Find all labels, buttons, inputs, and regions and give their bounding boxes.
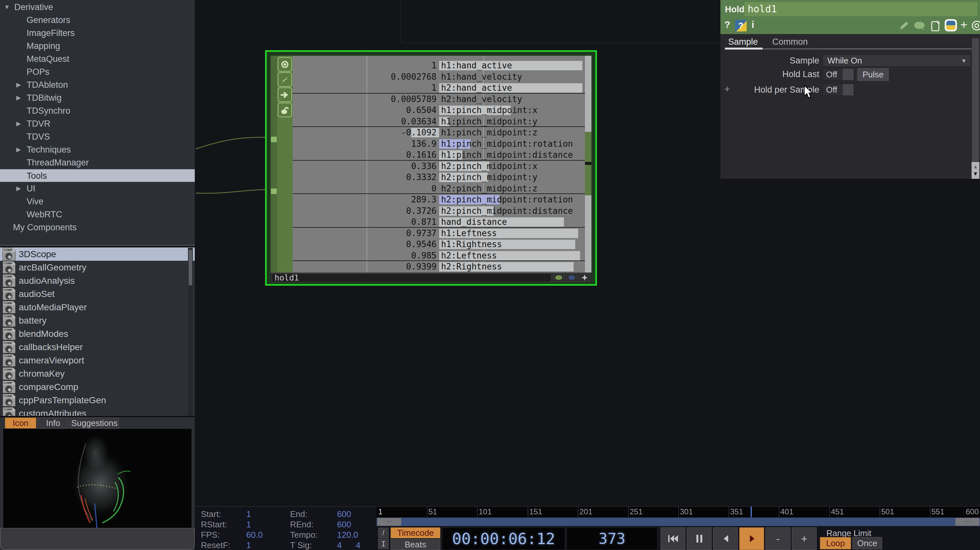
tree-item-ui[interactable]: ▶UI bbox=[0, 182, 195, 195]
expand-arrow-icon[interactable]: ▶ bbox=[16, 117, 21, 130]
timeline-info-value[interactable]: 600 bbox=[337, 520, 351, 529]
comment-bubble-icon[interactable] bbox=[913, 21, 926, 32]
expand-arrow-icon[interactable]: ▶ bbox=[16, 182, 21, 195]
pulse-button[interactable]: Pulse bbox=[857, 68, 889, 81]
collapse-arrow-icon[interactable]: ▼ bbox=[4, 1, 10, 14]
tree-item-derivative[interactable]: ▼Derivative bbox=[0, 1, 195, 14]
tree-item-techniques[interactable]: ▶Techniques bbox=[0, 143, 195, 156]
range-start-handle[interactable]: ··· bbox=[377, 518, 401, 526]
cook-flag-button[interactable] bbox=[278, 72, 292, 87]
channel-row-h2:Leftness[interactable]: 0.985h2:Leftness bbox=[293, 250, 585, 261]
channel-row-h1:pinch_midpoint:y[interactable]: 0.03634h1:pinch_midpoint:y bbox=[293, 116, 585, 127]
tab-info[interactable]: Info bbox=[38, 418, 69, 429]
python-logo-icon[interactable] bbox=[945, 19, 957, 32]
timeline-range-bar[interactable]: ··· ··· bbox=[377, 518, 980, 526]
step-back-frame-button[interactable]: - bbox=[765, 527, 791, 550]
step-forward-frame-button[interactable]: + bbox=[792, 527, 817, 550]
timeline-info-value[interactable]: 120.0 bbox=[337, 530, 358, 540]
input-connector[interactable] bbox=[271, 137, 277, 142]
operator-item-battery[interactable]: COMPbattery bbox=[0, 314, 195, 327]
operator-item-customAttributes[interactable]: COMPcustomAttributes bbox=[0, 407, 195, 416]
viewer-button-blue[interactable] bbox=[566, 273, 578, 282]
operator-item-3DScope[interactable]: COMP3DScope bbox=[0, 248, 195, 261]
clipboard-icon[interactable] bbox=[931, 20, 942, 32]
param-scrollbar[interactable] bbox=[972, 38, 979, 162]
tree-item-imagefilters[interactable]: ImageFilters bbox=[0, 27, 195, 40]
operator-item-audioSet[interactable]: COMPaudioSet bbox=[0, 287, 195, 300]
channel-row-h1:Rightness[interactable]: 0.9546h1:Rightness bbox=[293, 239, 585, 250]
input-connector[interactable] bbox=[271, 189, 277, 194]
independent-button[interactable]: I bbox=[378, 539, 388, 549]
channel-row-h1:hand_velocity[interactable]: 0.0002768h1:hand_velocity bbox=[293, 71, 585, 83]
timeline-info-value[interactable]: 600 bbox=[337, 509, 351, 519]
jump-to-start-button[interactable] bbox=[660, 527, 686, 550]
channel-row-h2:pinch_midpoint:z[interactable]: 0h2:pinch_midpoint:z bbox=[293, 183, 585, 194]
scrollbar-thumb[interactable] bbox=[189, 250, 192, 285]
timeline-info-value[interactable]: 1 bbox=[246, 509, 251, 519]
tree-item-tdableton[interactable]: ▶TDAbleton bbox=[0, 78, 195, 91]
frame-counter-display[interactable]: 373 bbox=[566, 527, 657, 550]
channel-row-h2:pinch_midpoint:x[interactable]: 0.336h2:pinch_midpoint:x bbox=[293, 161, 585, 172]
channel-row-h2:pinch_midpoint:y[interactable]: 0.3332h2:pinch_midpoint:y bbox=[293, 172, 585, 183]
slash-button[interactable]: / bbox=[378, 528, 388, 538]
operator-item-chromaKey[interactable]: COMPchromaKey bbox=[0, 367, 195, 380]
param-tab-sample[interactable]: Sample bbox=[728, 37, 758, 47]
tree-item-threadmanager[interactable]: ThreadManager bbox=[0, 156, 195, 169]
tree-item-tdvr[interactable]: ▶TDVR bbox=[0, 117, 195, 130]
add-icon[interactable]: + bbox=[960, 18, 967, 32]
expand-arrow-icon[interactable]: ▶ bbox=[16, 78, 21, 91]
channel-row-h1:pinch_midpoint:x[interactable]: 0.6504h1:pinch_midpoint:x bbox=[293, 105, 585, 116]
timeline-info-value[interactable]: 1 bbox=[246, 520, 251, 529]
channel-row-h1:Leftness[interactable]: 0.9737h1:Leftness bbox=[293, 228, 585, 239]
tree-item-pops[interactable]: POPs bbox=[0, 65, 195, 78]
python-help-icon[interactable]: ? bbox=[735, 20, 747, 32]
param-tab-common[interactable]: Common bbox=[772, 37, 808, 47]
tree-item-tdsynchro[interactable]: TDSynchro bbox=[0, 104, 195, 117]
play-button[interactable] bbox=[739, 527, 764, 550]
loop-button[interactable]: Loop bbox=[820, 537, 851, 549]
lock-flag-button[interactable] bbox=[278, 103, 292, 117]
operator-item-cameraViewport[interactable]: COMPcameraViewport bbox=[0, 354, 195, 367]
operator-item-compareComp[interactable]: COMPcompareComp bbox=[0, 380, 195, 394]
tab-suggestions[interactable]: Suggestions bbox=[70, 418, 119, 429]
toggle-knob[interactable] bbox=[842, 69, 854, 80]
expand-arrow-icon[interactable]: ▶ bbox=[16, 91, 21, 104]
timeline-ruler[interactable]: 151101151201251301351401451501551600 bbox=[377, 507, 980, 517]
param-scroll-arrows[interactable]: ▲ ▼ bbox=[972, 162, 979, 179]
timeline-info-value[interactable]: 60.0 bbox=[246, 530, 263, 540]
info-icon[interactable]: i bbox=[751, 19, 754, 30]
toggle-knob[interactable] bbox=[842, 84, 854, 95]
timeline-info-value[interactable]: 4 4 bbox=[337, 540, 360, 550]
tree-item-mapping[interactable]: Mapping bbox=[0, 40, 195, 52]
operator-item-arcBallGeometry[interactable]: COMParcBallGeometry bbox=[0, 261, 195, 274]
display-flag-button[interactable] bbox=[278, 57, 292, 72]
channel-row-h2:Rightness[interactable]: 0.9399h2:Rightness bbox=[293, 261, 585, 272]
beats-mode-button[interactable]: Beats bbox=[390, 539, 441, 550]
channel-row-h2:pinch_midpoint:rotation[interactable]: 289.3h2:pinch_midpoint:rotation bbox=[293, 194, 585, 205]
tree-item-tdvs[interactable]: TDVS bbox=[0, 130, 195, 143]
operator-item-cppParsTemplateGen[interactable]: COMPcppParsTemplateGen bbox=[0, 394, 195, 407]
tab-icon[interactable]: Icon bbox=[5, 418, 36, 429]
expand-arrow-icon[interactable]: ▶ bbox=[16, 143, 21, 156]
channel-row-h1:pinch_midpoint:rotation[interactable]: 136.9h1:pinch_midpoint:rotation bbox=[293, 138, 585, 149]
sample-dropdown[interactable]: While On ▼ bbox=[822, 54, 971, 67]
operator-item-callbacksHelper[interactable]: COMPcallbacksHelper bbox=[0, 340, 195, 354]
tree-item-generators[interactable]: Generators bbox=[0, 14, 195, 27]
channel-row-h1:hand_active[interactable]: 1h1:hand_active bbox=[293, 60, 585, 71]
channel-display[interactable]: 1h1:hand_active0.0002768h1:hand_velocity… bbox=[293, 56, 585, 272]
scroll-down-icon[interactable]: ▼ bbox=[973, 170, 978, 178]
scroll-up-icon[interactable]: ▲ bbox=[973, 163, 978, 170]
help-icon[interactable]: ? bbox=[724, 19, 730, 30]
step-back-button[interactable] bbox=[713, 527, 738, 550]
operator-item-blendModes[interactable]: COMPblendModes bbox=[0, 327, 195, 340]
tree-item-vive[interactable]: Vive bbox=[0, 195, 195, 208]
viewer-button-green[interactable] bbox=[553, 273, 565, 282]
hold-per-sample-toggle[interactable]: Off bbox=[822, 84, 854, 96]
channel-row-h1:pinch_midpoint:distance[interactable]: 0.1616h1:pinch_midpoint:distance bbox=[293, 149, 585, 161]
edit-pencil-icon[interactable] bbox=[898, 21, 910, 32]
tree-item-metaquest[interactable]: MetaQuest bbox=[0, 52, 195, 65]
target-icon[interactable] bbox=[972, 21, 980, 30]
bypass-flag-button[interactable] bbox=[278, 87, 292, 102]
operator-name-field[interactable]: hold1 bbox=[745, 2, 977, 16]
channel-row-h2:pinch_midpoint:distance[interactable]: 0.3726h2:pinch_midpoint:distance bbox=[293, 205, 585, 217]
